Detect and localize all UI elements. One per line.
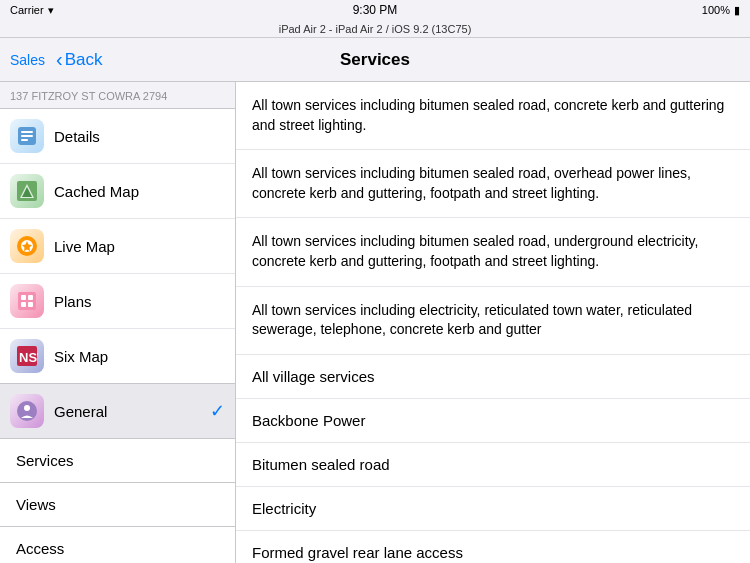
back-label: Back xyxy=(65,50,103,70)
sidebar-item-general[interactable]: General ✓ xyxy=(0,384,235,439)
svg-rect-1 xyxy=(21,131,33,133)
content-text-3: All town services including electricity,… xyxy=(252,302,692,338)
content-text-1: All town services including bitumen seal… xyxy=(252,165,691,201)
access-label: Access xyxy=(16,540,64,557)
svg-rect-12 xyxy=(21,302,26,307)
nav-bar: Sales ‹ Back Services xyxy=(0,38,750,82)
checkmark-icon: ✓ xyxy=(210,400,225,422)
svg-rect-10 xyxy=(21,295,26,300)
content-row-8: Formed gravel rear lane access xyxy=(236,531,750,563)
status-time: 9:30 PM xyxy=(353,3,398,17)
content-row-6: Bitumen sealed road xyxy=(236,443,750,487)
status-bar: Carrier ▾ 9:30 PM 100% ▮ xyxy=(0,0,750,20)
sidebar-item-services[interactable]: Services xyxy=(0,439,235,483)
live-map-icon xyxy=(10,229,44,263)
sidebar-item-access[interactable]: Access xyxy=(0,527,235,563)
carrier-label: Carrier xyxy=(10,4,44,16)
details-label: Details xyxy=(54,128,225,145)
content-text-7: Electricity xyxy=(252,500,316,517)
content-text-6: Bitumen sealed road xyxy=(252,456,390,473)
svg-rect-2 xyxy=(21,135,33,137)
sidebar-item-details[interactable]: Details xyxy=(0,109,235,164)
svg-rect-13 xyxy=(28,302,33,307)
device-title: iPad Air 2 - iPad Air 2 / iOS 9.2 (13C75… xyxy=(279,23,472,35)
sidebar-item-live-map[interactable]: Live Map xyxy=(0,219,235,274)
back-chevron-icon: ‹ xyxy=(56,48,63,71)
content-text-8: Formed gravel rear lane access xyxy=(252,544,463,561)
battery-icon: ▮ xyxy=(734,4,740,17)
plans-label: Plans xyxy=(54,293,225,310)
svg-point-17 xyxy=(24,405,30,411)
status-left: Carrier ▾ xyxy=(10,4,54,17)
cached-map-icon xyxy=(10,174,44,208)
content-row-0: All town services including bitumen seal… xyxy=(236,82,750,150)
sidebar: 137 FITZROY ST COWRA 2794 Details Cached… xyxy=(0,82,236,563)
sidebar-item-cached-map[interactable]: Cached Map xyxy=(0,164,235,219)
main-layout: 137 FITZROY ST COWRA 2794 Details Cached… xyxy=(0,82,750,563)
battery-label: 100% xyxy=(702,4,730,16)
services-label: Services xyxy=(16,452,74,469)
svg-text:NSW: NSW xyxy=(19,350,38,365)
content-row-4: All village services xyxy=(236,355,750,399)
wifi-icon: ▾ xyxy=(48,4,54,17)
content-row-3: All town services including electricity,… xyxy=(236,287,750,355)
title-bar: iPad Air 2 - iPad Air 2 / iOS 9.2 (13C75… xyxy=(0,20,750,38)
cached-map-label: Cached Map xyxy=(54,183,225,200)
back-button[interactable]: ‹ Back xyxy=(56,48,102,71)
content-row-7: Electricity xyxy=(236,487,750,531)
sidebar-item-six-map[interactable]: NSW Six Map xyxy=(0,329,235,383)
sales-label[interactable]: Sales xyxy=(10,52,45,68)
svg-rect-9 xyxy=(18,292,36,310)
sidebar-item-plans[interactable]: Plans xyxy=(0,274,235,329)
svg-rect-3 xyxy=(21,139,28,141)
content-text-0: All town services including bitumen seal… xyxy=(252,97,724,133)
sidebar-list-section: Services Views Access Zoning Topography … xyxy=(0,439,235,563)
general-icon xyxy=(10,394,44,428)
content-text-4: All village services xyxy=(252,368,375,385)
content-row-1: All town services including bitumen seal… xyxy=(236,150,750,218)
property-address: 137 FITZROY ST COWRA 2794 xyxy=(0,82,235,109)
page-title: Services xyxy=(340,50,410,70)
sidebar-item-views[interactable]: Views xyxy=(0,483,235,527)
content-area: All town services including bitumen seal… xyxy=(236,82,750,563)
content-text-2: All town services including bitumen seal… xyxy=(252,233,698,269)
plans-icon xyxy=(10,284,44,318)
six-map-icon: NSW xyxy=(10,339,44,373)
sidebar-menu-section: Details Cached Map Live Map Plans xyxy=(0,109,235,384)
status-right: 100% ▮ xyxy=(702,4,740,17)
six-map-label: Six Map xyxy=(54,348,225,365)
live-map-label: Live Map xyxy=(54,238,225,255)
content-row-5: Backbone Power xyxy=(236,399,750,443)
svg-rect-11 xyxy=(28,295,33,300)
general-label: General xyxy=(54,403,210,420)
content-text-5: Backbone Power xyxy=(252,412,365,429)
content-row-2: All town services including bitumen seal… xyxy=(236,218,750,286)
details-icon xyxy=(10,119,44,153)
views-label: Views xyxy=(16,496,56,513)
